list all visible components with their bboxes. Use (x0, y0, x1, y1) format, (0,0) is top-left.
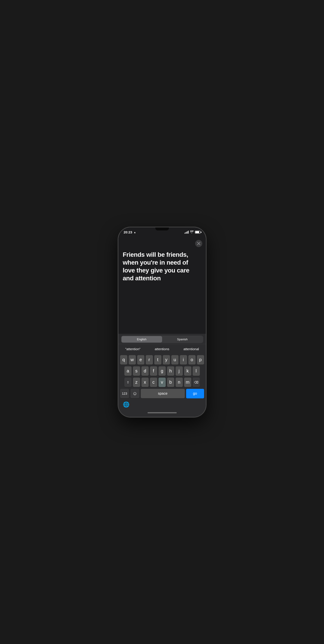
key-b[interactable]: b (167, 378, 174, 387)
content-area: Friends will be friends, when you're in … (118, 237, 206, 334)
key-v[interactable]: v (159, 378, 166, 387)
phone-frame: 20:23 ▲ (118, 227, 206, 417)
time-display: 20:23 (124, 230, 132, 234)
key-f[interactable]: f (150, 366, 157, 376)
autocomplete-item-3[interactable]: attentional (177, 347, 206, 351)
english-button[interactable]: English (121, 336, 162, 342)
key-c[interactable]: c (150, 378, 157, 387)
key-t[interactable]: t (154, 355, 161, 364)
home-indicator (118, 410, 206, 417)
key-r[interactable]: r (146, 355, 153, 364)
key-o[interactable]: o (188, 355, 196, 364)
key-x[interactable]: x (141, 378, 149, 387)
key-m[interactable]: m (184, 378, 191, 387)
key-emoji[interactable]: ☺ (130, 389, 139, 398)
key-j[interactable]: j (176, 366, 183, 376)
key-e[interactable]: e (137, 355, 144, 364)
keyboard-container: English Spanish "attention" attentions a… (118, 334, 206, 417)
autocomplete-bar: "attention" attentions attentional (118, 344, 206, 354)
globe-icon[interactable]: 🌐 (123, 402, 130, 408)
key-n[interactable]: n (176, 378, 183, 387)
home-bar (148, 412, 177, 413)
key-shift[interactable]: ⇧ (124, 378, 132, 387)
key-row-2: a s d f g h j k l (119, 366, 205, 376)
key-q[interactable]: q (120, 355, 127, 364)
wifi-icon (190, 230, 194, 234)
autocomplete-item-1[interactable]: "attention" (118, 347, 148, 351)
status-time: 20:23 ▲ (124, 230, 136, 234)
phone-screen: 20:23 ▲ (118, 227, 206, 417)
signal-icon (185, 231, 189, 234)
main-text: Friends will be friends, when you're in … (123, 251, 201, 282)
spanish-button[interactable]: Spanish (162, 336, 203, 342)
key-go[interactable]: go (186, 389, 204, 398)
keyboard: q w e r t y u i o p a s d f g (118, 354, 206, 398)
key-l[interactable]: l (193, 366, 200, 376)
battery-icon (195, 231, 201, 234)
key-z[interactable]: z (133, 378, 140, 387)
key-y[interactable]: y (163, 355, 170, 364)
key-space[interactable]: space (141, 389, 185, 398)
key-k[interactable]: k (184, 366, 191, 376)
key-row-3: ⇧ z x c v b n m ⌫ (119, 378, 205, 387)
location-icon: ▲ (134, 231, 136, 234)
key-g[interactable]: g (159, 366, 166, 376)
status-icons (185, 230, 201, 234)
language-switcher: English Spanish (121, 336, 203, 343)
key-w[interactable]: w (129, 355, 136, 364)
key-i[interactable]: i (180, 355, 187, 364)
key-p[interactable]: p (197, 355, 204, 364)
autocomplete-item-2[interactable]: attentions (148, 347, 177, 351)
key-row-1: q w e r t y u i o p (119, 355, 205, 364)
key-d[interactable]: d (141, 366, 149, 376)
key-u[interactable]: u (171, 355, 179, 364)
key-delete[interactable]: ⌫ (193, 378, 200, 387)
key-a[interactable]: a (124, 366, 132, 376)
globe-area: 🌐 (118, 400, 206, 410)
close-button[interactable] (195, 240, 202, 247)
notch (145, 227, 179, 234)
key-numbers[interactable]: 123 (120, 389, 129, 398)
key-s[interactable]: s (133, 366, 140, 376)
key-h[interactable]: h (167, 366, 174, 376)
key-row-bottom: 123 ☺ space go (119, 389, 205, 398)
